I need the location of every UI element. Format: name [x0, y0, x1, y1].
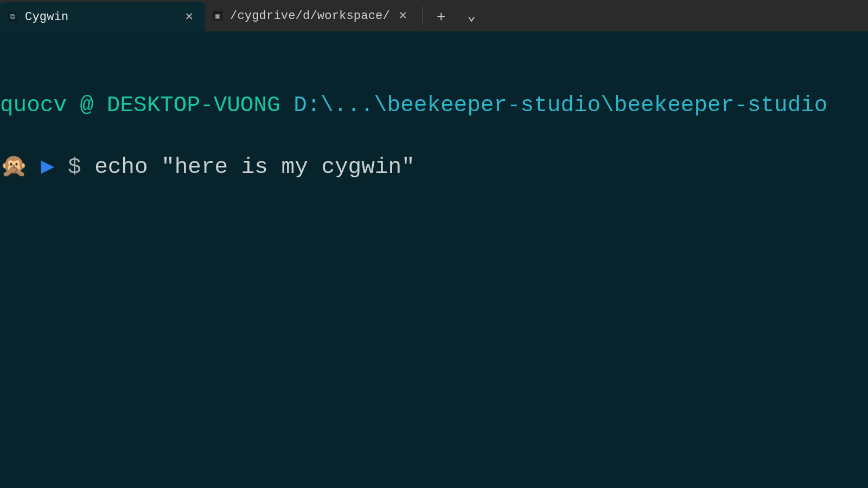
tab-cygwin[interactable]: ⧉ Cygwin ✕ — [0, 2, 205, 31]
prompt-dollar: $ — [68, 155, 81, 179]
prompt-line-1: quocv @ DESKTOP-VUONG D:\...\beekeeper-s… — [0, 91, 868, 120]
tab-divider — [422, 7, 423, 25]
prompt-emoji: 🙊 — [0, 152, 28, 178]
tab-bar: ⧉ Cygwin ✕ ▣ /cygdrive/d/workspace/githu… — [0, 0, 868, 31]
tab-dropdown-button[interactable]: ⌄ — [456, 0, 487, 31]
terminal-viewport[interactable]: quocv @ DESKTOP-VUONG D:\...\beekeeper-s… — [0, 31, 868, 488]
tab-title: Cygwin — [25, 10, 176, 24]
prompt-arrow-icon: ▶ — [41, 155, 55, 179]
prompt-path: D:\...\beekeeper-studio\beekeeper-studio — [293, 93, 827, 118]
prompt-command: echo "here is my cygwin" — [94, 155, 415, 179]
tab-title: /cygdrive/d/workspace/github.c — [230, 9, 390, 23]
terminal-icon: ▣ — [213, 11, 222, 21]
tab-cygdrive[interactable]: ▣ /cygdrive/d/workspace/github.c ✕ — [205, 0, 419, 31]
prompt-user-host: quocv @ DESKTOP-VUONG — [0, 93, 280, 118]
terminal-icon: ⧉ — [8, 12, 17, 22]
close-icon[interactable]: ✕ — [183, 8, 195, 25]
prompt-line-2: 🙊 ▶ $ echo "here is my cygwin" — [0, 151, 868, 182]
new-tab-button[interactable]: ＋ — [426, 0, 456, 31]
close-icon[interactable]: ✕ — [397, 7, 409, 24]
